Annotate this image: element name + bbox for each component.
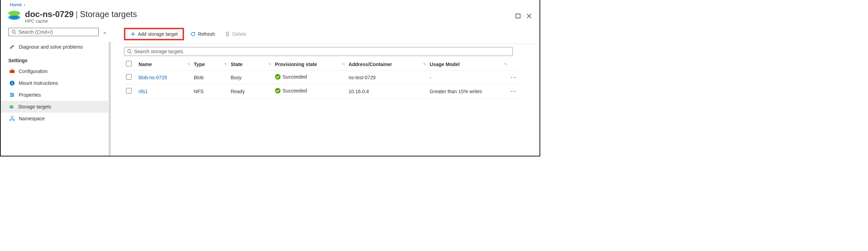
search-icon [127, 49, 132, 54]
section-name: Storage targets [80, 9, 137, 19]
main-content: Add storage target Refresh Delete Search… [108, 28, 540, 156]
svg-rect-6 [12, 82, 12, 82]
page-header: doc-ns-0729 | Storage targets HPC cache [1, 8, 540, 28]
col-addr[interactable]: Address/Container↑↓ [347, 58, 428, 71]
svg-point-15 [128, 50, 131, 53]
sidebar-item-label: Storage targets [18, 104, 51, 110]
sidebar-search[interactable]: Search (Cmd+/) [8, 28, 99, 36]
col-type[interactable]: Type↑↓ [192, 58, 228, 71]
col-usage[interactable]: Usage Model↑↓ [428, 58, 509, 71]
table-row: blob-ns-0729 Blob Busy Succeeded ns-test… [124, 71, 520, 84]
table-row: nfs1 NFS Ready Succeeded 10.16.0.4 Great… [124, 84, 520, 98]
svg-point-7 [11, 93, 12, 94]
storage-icon [8, 104, 15, 110]
refresh-icon [190, 31, 196, 37]
search-icon [11, 30, 16, 34]
sidebar-item-label: Diagnose and solve problems [19, 44, 83, 50]
toolbar-btn-label: Add storage target [138, 31, 178, 37]
delete-button: Delete [221, 30, 250, 38]
toolbox-icon [9, 68, 15, 74]
svg-rect-5 [12, 83, 12, 84]
col-name[interactable]: Name↑↓ [136, 58, 192, 71]
cell-addr: ns-test-0729 [347, 71, 428, 84]
svg-rect-2 [10, 70, 15, 73]
filter-input[interactable]: Search storage targets [124, 47, 513, 56]
row-more-button[interactable]: ··· [511, 75, 517, 80]
sidebar-item-label: Mount instructions [19, 80, 58, 86]
target-name-link[interactable]: nfs1 [139, 89, 148, 94]
hpc-cache-icon [8, 11, 20, 23]
cell-state: Ready [228, 84, 273, 98]
toolbar: Add storage target Refresh Delete [124, 28, 536, 44]
sidebar-item-storage-targets[interactable]: Storage targets [1, 101, 108, 113]
properties-icon [9, 92, 15, 98]
refresh-button[interactable]: Refresh [187, 30, 218, 38]
breadcrumb-home[interactable]: Home [10, 2, 22, 7]
collapse-sidebar-button[interactable]: « [103, 30, 106, 35]
col-state[interactable]: State↑↓ [228, 58, 273, 71]
sidebar-search-placeholder: Search (Cmd+/) [18, 29, 53, 35]
row-checkbox[interactable] [126, 74, 132, 80]
svg-point-12 [11, 116, 13, 118]
resource-type: HPC cache [25, 18, 515, 24]
cell-type: Blob [192, 71, 228, 84]
close-button[interactable] [526, 13, 532, 20]
target-name-link[interactable]: blob-ns-0729 [139, 75, 167, 80]
sidebar-scrollbar[interactable] [109, 42, 111, 156]
page-title: doc-ns-0729 | Storage targets [25, 9, 515, 19]
sidebar-item-properties[interactable]: Properties [8, 89, 105, 101]
cell-type: NFS [192, 84, 228, 98]
svg-point-1 [12, 30, 15, 33]
cell-prov: Succeeded [275, 88, 307, 94]
storage-targets-table: Name↑↓ Type↑↓ State↑↓ Provisioning state… [124, 58, 520, 98]
cell-prov: Succeeded [275, 74, 307, 80]
svg-rect-3 [11, 69, 13, 70]
toolbar-btn-label: Delete [232, 31, 246, 37]
sidebar-item-namespace[interactable]: Namespace [8, 113, 105, 124]
cell-usage: - [428, 71, 509, 84]
cell-state: Busy [228, 71, 273, 84]
success-icon [275, 74, 281, 80]
add-storage-target-button[interactable]: Add storage target [127, 30, 181, 38]
svg-point-9 [11, 96, 12, 97]
info-icon [9, 80, 15, 86]
resource-name: doc-ns-0729 [25, 9, 74, 19]
select-all-checkbox[interactable] [126, 61, 132, 66]
wrench-icon [9, 44, 15, 50]
success-icon [275, 88, 281, 94]
cell-addr: 10.16.0.4 [347, 84, 428, 98]
plus-icon [130, 31, 136, 37]
sidebar-item-label: Properties [19, 92, 41, 98]
svg-point-8 [12, 95, 14, 96]
sidebar-item-diagnose[interactable]: Diagnose and solve problems [8, 41, 105, 53]
cell-usage: Greater than 15% writes [428, 84, 509, 98]
breadcrumb: Home › [1, 0, 540, 8]
svg-rect-0 [516, 14, 520, 18]
pin-button[interactable] [515, 13, 521, 20]
sidebar-item-label: Namespace [19, 116, 45, 121]
filter-placeholder: Search storage targets [134, 49, 183, 54]
svg-point-11 [9, 105, 14, 107]
sidebar: Search (Cmd+/) « Diagnose and solve prob… [1, 28, 108, 156]
row-checkbox[interactable] [126, 88, 132, 94]
col-prov[interactable]: Provisioning state↑↓ [273, 58, 347, 71]
sidebar-item-label: Configuration [19, 68, 48, 74]
chevron-right-icon: › [24, 2, 25, 7]
namespace-icon [9, 115, 15, 122]
toolbar-btn-label: Refresh [198, 31, 215, 37]
row-more-button[interactable]: ··· [511, 89, 517, 94]
trash-icon [225, 31, 230, 37]
sidebar-section-settings: Settings [8, 53, 105, 65]
sidebar-item-configuration[interactable]: Configuration [8, 65, 105, 77]
sidebar-item-mount[interactable]: Mount instructions [8, 77, 105, 89]
